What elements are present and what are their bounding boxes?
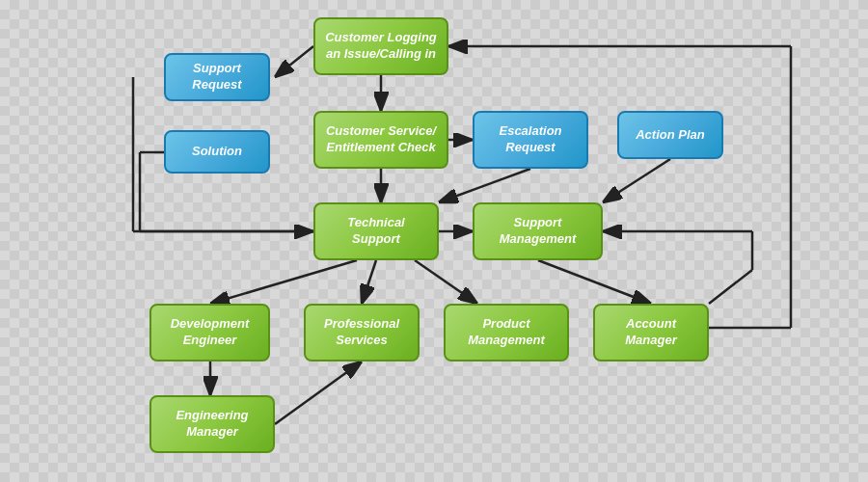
svg-line-16	[709, 270, 752, 304]
product-management-node: ProductManagement	[444, 304, 569, 362]
svg-line-14	[415, 260, 477, 304]
action-plan-node: Action Plan	[617, 111, 723, 159]
support-management-node: SupportManagement	[473, 202, 603, 260]
svg-line-15	[538, 260, 651, 304]
engineering-manager-node: EngineeringManager	[149, 395, 275, 453]
customer-service-node: Customer Service/Entitlement Check	[313, 111, 448, 169]
svg-line-12	[210, 260, 357, 304]
technical-support-node: TechnicalSupport	[313, 202, 439, 260]
svg-line-9	[439, 169, 530, 202]
development-engineer-node: DevelopmentEngineer	[149, 304, 270, 362]
svg-line-13	[362, 260, 376, 304]
diagram: Customer Logging an Issue/Calling in Sup…	[0, 0, 868, 482]
professional-services-node: ProfessionalServices	[304, 304, 420, 362]
svg-line-3	[275, 46, 313, 77]
svg-line-10	[603, 159, 670, 202]
customer-logging-node: Customer Logging an Issue/Calling in	[313, 17, 448, 75]
svg-line-23	[275, 362, 362, 424]
support-request-node: Support Request	[164, 53, 270, 101]
escalation-request-node: EscalationRequest	[473, 111, 588, 169]
account-manager-node: AccountManager	[593, 304, 709, 362]
solution-node: Solution	[164, 130, 270, 174]
